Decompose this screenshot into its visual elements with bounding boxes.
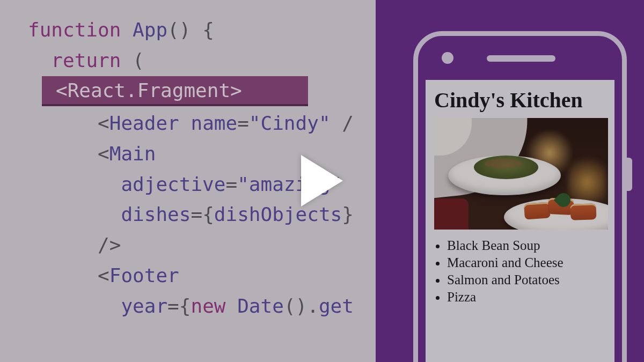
phone-screen: Cindy's Kitchen Black Bean Soup Macaroni… <box>426 80 614 362</box>
play-icon[interactable] <box>301 155 343 206</box>
list-item: Pizza <box>447 289 606 306</box>
code-line: /> <box>0 230 376 261</box>
phone-camera-icon <box>442 52 453 64</box>
highlight-text: <React.Fragment> <box>56 79 242 101</box>
menu-list: Black Bean Soup Macaroni and Cheese Salm… <box>434 237 606 306</box>
hero-image <box>434 118 608 230</box>
code-line: <Footer <box>0 261 376 291</box>
phone-frame: Cindy's Kitchen Black Bean Soup Macaroni… <box>413 31 627 362</box>
phone-preview-panel: Cindy's Kitchen Black Bean Soup Macaroni… <box>376 0 644 362</box>
list-item: Black Bean Soup <box>447 237 606 254</box>
app-title: Cindy's Kitchen <box>434 87 606 113</box>
phone-side-button-icon <box>627 158 632 191</box>
code-line: return ( <box>0 46 376 76</box>
phone-top-bar <box>418 36 622 80</box>
list-item: Salmon and Potatoes <box>447 271 606 289</box>
video-thumbnail[interactable]: function App() { return ( <React.Fragmen… <box>0 0 644 362</box>
phone-speaker-icon <box>487 55 555 62</box>
code-line: function App() { <box>0 15 376 46</box>
code-line: <Header name="Cindy" / <box>0 108 376 139</box>
highlighted-code-line: <React.Fragment> <box>0 76 376 107</box>
list-item: Macaroni and Cheese <box>447 254 606 271</box>
code-line: year={new Date().get <box>0 291 376 322</box>
